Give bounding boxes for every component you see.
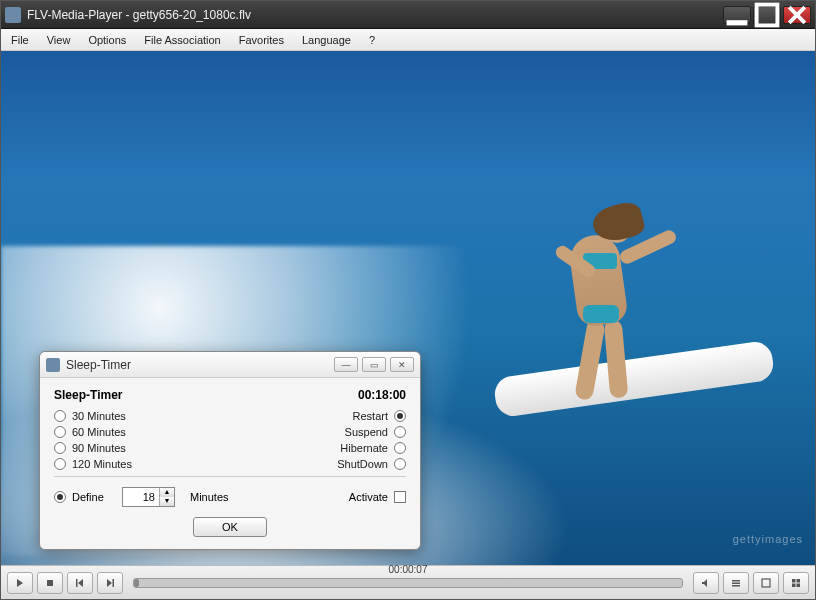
radio-120-minutes[interactable] (54, 458, 66, 470)
label-60-minutes: 60 Minutes (72, 426, 126, 438)
define-spinner: ▲ ▼ (122, 487, 175, 507)
label-120-minutes: 120 Minutes (72, 458, 132, 470)
menu-favorites[interactable]: Favorites (235, 32, 288, 48)
minimize-button[interactable] (723, 6, 751, 24)
menu-file[interactable]: File (7, 32, 33, 48)
video-area: gettyimages Sleep-Timer — ▭ ✕ Sleep-Time… (1, 51, 815, 565)
radio-restart[interactable] (394, 410, 406, 422)
menu-file-association[interactable]: File Association (140, 32, 224, 48)
next-button[interactable] (97, 572, 123, 594)
radio-suspend[interactable] (394, 426, 406, 438)
sleep-timer-dialog: Sleep-Timer — ▭ ✕ Sleep-Timer 00:18:00 3… (39, 351, 421, 550)
label-suspend: Suspend (345, 426, 388, 438)
dialog-icon (46, 358, 60, 372)
svg-rect-3 (76, 579, 78, 587)
stop-button[interactable] (37, 572, 63, 594)
menu-options[interactable]: Options (84, 32, 130, 48)
titlebar: FLV-Media-Player - getty656-20_1080c.flv (1, 1, 815, 29)
svg-rect-6 (732, 582, 740, 584)
radio-60-minutes[interactable] (54, 426, 66, 438)
radio-hibernate[interactable] (394, 442, 406, 454)
radio-90-minutes[interactable] (54, 442, 66, 454)
label-30-minutes: 30 Minutes (72, 410, 126, 422)
seek-bar[interactable]: 00:00:07 (133, 578, 683, 588)
close-button[interactable] (783, 6, 811, 24)
svg-rect-1 (757, 4, 778, 25)
playback-controls: 00:00:07 (1, 565, 815, 599)
menu-help[interactable]: ? (365, 32, 379, 48)
play-button[interactable] (7, 572, 33, 594)
dialog-heading: Sleep-Timer (54, 388, 122, 402)
spin-up-button[interactable]: ▲ (160, 488, 174, 497)
prev-button[interactable] (67, 572, 93, 594)
timecode: 00:00:07 (389, 564, 428, 575)
dialog-maximize-button[interactable]: ▭ (362, 357, 386, 372)
define-input[interactable] (123, 491, 159, 503)
svg-rect-7 (732, 585, 740, 587)
label-shutdown: ShutDown (337, 458, 388, 470)
radio-shutdown[interactable] (394, 458, 406, 470)
label-define-unit: Minutes (190, 491, 229, 503)
svg-rect-8 (762, 579, 770, 587)
svg-rect-5 (732, 580, 740, 582)
menu-view[interactable]: View (43, 32, 75, 48)
svg-rect-0 (727, 20, 748, 25)
svg-rect-2 (47, 580, 53, 586)
watermark: gettyimages (733, 533, 803, 545)
svg-rect-9 (792, 579, 796, 583)
video-surfer (533, 195, 693, 415)
dialog-titlebar: Sleep-Timer — ▭ ✕ (40, 352, 420, 378)
label-90-minutes: 90 Minutes (72, 442, 126, 454)
settings-button[interactable] (783, 572, 809, 594)
dialog-time: 00:18:00 (358, 388, 406, 402)
svg-rect-4 (113, 579, 115, 587)
maximize-button[interactable] (753, 6, 781, 24)
spin-down-button[interactable]: ▼ (160, 497, 174, 506)
dialog-body: Sleep-Timer 00:18:00 30 Minutes Restart (40, 378, 420, 549)
playlist-button[interactable] (723, 572, 749, 594)
main-window: FLV-Media-Player - getty656-20_1080c.flv… (0, 0, 816, 600)
volume-button[interactable] (693, 572, 719, 594)
menu-language[interactable]: Language (298, 32, 355, 48)
dialog-title: Sleep-Timer (66, 358, 334, 372)
checkbox-activate[interactable] (394, 491, 406, 503)
dialog-close-button[interactable]: ✕ (390, 357, 414, 372)
svg-rect-11 (792, 583, 796, 587)
window-buttons (723, 6, 811, 24)
dialog-divider (54, 476, 406, 477)
menubar: File View Options File Association Favor… (1, 29, 815, 51)
svg-rect-12 (797, 583, 801, 587)
dialog-minimize-button[interactable]: — (334, 357, 358, 372)
fullscreen-button[interactable] (753, 572, 779, 594)
window-title: FLV-Media-Player - getty656-20_1080c.flv (27, 8, 723, 22)
label-hibernate: Hibernate (340, 442, 388, 454)
seek-fill (134, 579, 139, 587)
label-activate: Activate (349, 491, 388, 503)
label-define: Define (72, 491, 104, 503)
radio-30-minutes[interactable] (54, 410, 66, 422)
app-icon (5, 7, 21, 23)
svg-rect-10 (797, 579, 801, 583)
radio-define[interactable] (54, 491, 66, 503)
label-restart: Restart (353, 410, 388, 422)
ok-button[interactable]: OK (193, 517, 267, 537)
